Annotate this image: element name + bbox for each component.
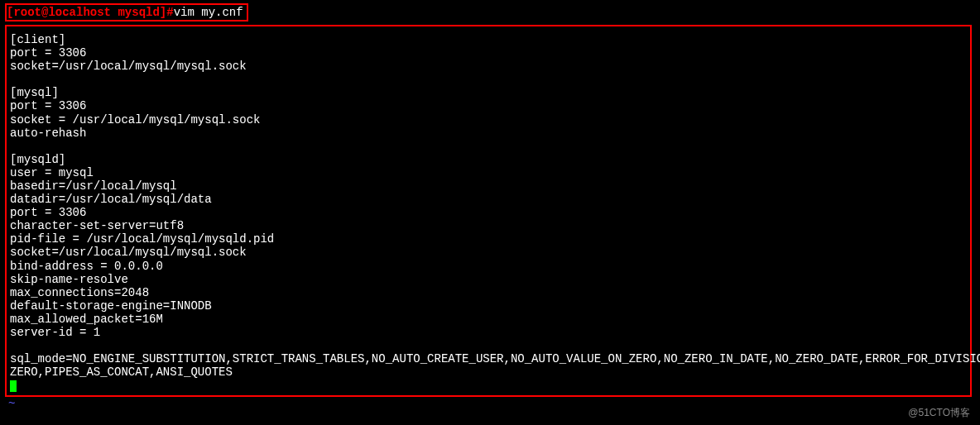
config-line[interactable]: character-set-server=utf8 xyxy=(10,219,967,232)
config-line[interactable]: default-storage-engine=INNODB xyxy=(10,299,967,313)
prompt-user-host: [root@localhost mysqld]# xyxy=(7,6,174,19)
terminal-window[interactable]: [root@localhost mysqld]#vim my.cnf [clie… xyxy=(0,0,980,413)
config-line[interactable] xyxy=(10,73,967,86)
config-line[interactable]: user = mysql xyxy=(10,166,967,179)
config-line[interactable]: port = 3306 xyxy=(10,99,967,112)
config-line[interactable]: datadir=/usr/local/mysql/data xyxy=(10,193,967,206)
shell-prompt-line: [root@localhost mysqld]#vim my.cnf xyxy=(5,3,248,21)
config-line[interactable]: socket = /usr/local/mysql/mysql.sock xyxy=(10,113,967,127)
vim-cursor xyxy=(10,380,17,392)
config-line[interactable] xyxy=(10,140,967,153)
config-line[interactable] xyxy=(10,339,967,352)
config-line[interactable]: port = 3306 xyxy=(10,206,967,219)
file-text-area[interactable]: [client]port = 3306socket=/usr/local/mys… xyxy=(10,33,967,379)
config-line[interactable]: max_connections=2048 xyxy=(10,286,967,299)
config-line[interactable]: basedir=/usr/local/mysql xyxy=(10,179,967,193)
config-line[interactable]: port = 3306 xyxy=(10,46,967,60)
watermark-label: @51CTO博客 xyxy=(908,406,970,420)
config-line[interactable]: sql_mode=NO_ENGINE_SUBSTITUTION,STRICT_T… xyxy=(10,352,967,365)
vim-editor-content[interactable]: [client]port = 3306socket=/usr/local/mys… xyxy=(5,25,972,397)
config-line[interactable]: ZERO,PIPES_AS_CONCAT,ANSI_QUOTES xyxy=(10,365,967,379)
prompt-command: vim my.cnf xyxy=(174,6,243,19)
vim-empty-line-tilde: ~ xyxy=(5,397,975,410)
config-line[interactable]: socket=/usr/local/mysql/mysql.sock xyxy=(10,60,967,73)
config-line[interactable]: [mysql] xyxy=(10,86,967,99)
config-line[interactable]: skip-name-resolve xyxy=(10,273,967,286)
config-line[interactable]: pid-file = /usr/local/mysql/mysqld.pid xyxy=(10,232,967,246)
config-line[interactable]: [mysqld] xyxy=(10,153,967,166)
config-line[interactable]: auto-rehash xyxy=(10,127,967,140)
config-line[interactable]: [client] xyxy=(10,33,967,46)
config-line[interactable]: bind-address = 0.0.0.0 xyxy=(10,260,967,273)
config-line[interactable]: max_allowed_packet=16M xyxy=(10,313,967,326)
config-line[interactable]: server-id = 1 xyxy=(10,326,967,339)
config-line[interactable]: socket=/usr/local/mysql/mysql.sock xyxy=(10,246,967,259)
